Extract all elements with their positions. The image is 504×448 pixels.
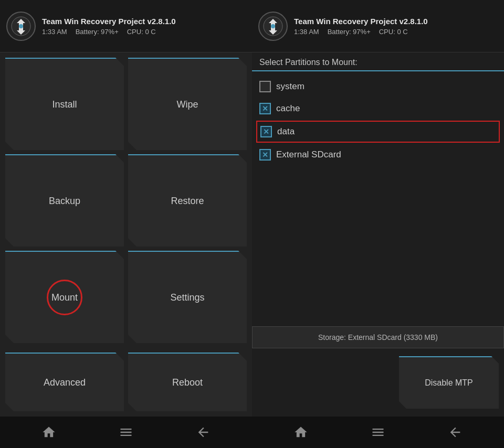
- reboot-button[interactable]: Reboot: [128, 353, 247, 411]
- top-panels: Team Win Recovery Project v2.8.1.0 1:33 …: [0, 0, 504, 52]
- disable-mtp-button[interactable]: Disable MTP: [399, 356, 499, 409]
- partition-system[interactable]: system: [252, 76, 504, 98]
- right-nav: [252, 417, 504, 448]
- left-panel: Install Wipe Backup Restore Mount Settin…: [0, 52, 252, 348]
- wipe-button[interactable]: Wipe: [128, 58, 247, 150]
- right-home-icon[interactable]: [291, 423, 310, 442]
- right-app-title: Team Win Recovery Project v2.8.1.0: [294, 17, 428, 26]
- partition-list: system cache data External SDcard: [252, 73, 504, 326]
- bottom-left-buttons: Advanced Reboot: [0, 348, 252, 417]
- left-app-title: Team Win Recovery Project v2.8.1.0: [42, 17, 176, 26]
- partition-cache-label: cache: [276, 103, 300, 114]
- bottom-section: Advanced Reboot Disable MTP: [0, 348, 504, 417]
- checkbox-cache[interactable]: [259, 103, 271, 114]
- right-back-icon[interactable]: [446, 423, 465, 442]
- left-status-bar: Team Win Recovery Project v2.8.1.0 1:33 …: [0, 0, 252, 52]
- right-battery: Battery: 97%+: [328, 28, 371, 36]
- checkbox-data[interactable]: [260, 126, 272, 137]
- panel-divider: [252, 70, 504, 71]
- main-content: Install Wipe Backup Restore Mount Settin…: [0, 52, 504, 348]
- partition-sdcard-label: External SDcard: [276, 150, 341, 160]
- left-battery: Battery: 97%+: [76, 28, 119, 36]
- left-home-icon[interactable]: [39, 423, 58, 442]
- bottom-right-panel: Disable MTP: [252, 348, 504, 417]
- partition-data-label: data: [277, 126, 295, 137]
- right-panel: Select Partitions to Mount: system cache…: [252, 52, 504, 348]
- storage-info: Storage: External SDcard (3330 MB): [252, 326, 504, 348]
- mount-button[interactable]: Mount: [5, 251, 124, 343]
- right-status-bar: Team Win Recovery Project v2.8.1.0 1:38 …: [252, 0, 504, 52]
- partition-cache[interactable]: cache: [252, 98, 504, 120]
- advanced-button[interactable]: Advanced: [5, 353, 124, 411]
- panel-title: Select Partitions to Mount:: [252, 52, 504, 70]
- left-nav: [0, 417, 252, 448]
- partition-data[interactable]: data: [256, 121, 500, 143]
- right-status-details: 1:38 AM Battery: 97%+ CPU: 0 C: [294, 28, 428, 36]
- checkbox-sdcard[interactable]: [259, 149, 271, 161]
- left-status-details: 1:33 AM Battery: 97%+ CPU: 0 C: [42, 28, 176, 36]
- nav-bar: [0, 417, 504, 448]
- right-cpu: CPU: 0 C: [379, 28, 408, 36]
- partition-sdcard[interactable]: External SDcard: [252, 144, 504, 166]
- left-back-icon[interactable]: [194, 423, 213, 442]
- button-grid: Install Wipe Backup Restore Mount Settin…: [5, 58, 247, 343]
- left-status-info: Team Win Recovery Project v2.8.1.0 1:33 …: [42, 17, 176, 36]
- right-logo: [258, 12, 288, 41]
- left-cpu: CPU: 0 C: [127, 28, 156, 36]
- install-button[interactable]: Install: [5, 58, 124, 150]
- left-time: 1:33 AM: [42, 28, 67, 36]
- restore-button[interactable]: Restore: [128, 154, 247, 247]
- svg-point-3: [271, 24, 275, 28]
- left-logo: [6, 12, 36, 41]
- right-menu-icon[interactable]: [369, 423, 387, 442]
- right-time: 1:38 AM: [294, 28, 319, 36]
- left-menu-icon[interactable]: [117, 423, 135, 442]
- checkbox-system[interactable]: [259, 81, 271, 92]
- svg-point-1: [19, 24, 23, 28]
- settings-button[interactable]: Settings: [128, 251, 247, 343]
- right-status-info: Team Win Recovery Project v2.8.1.0 1:38 …: [294, 17, 428, 36]
- partition-system-label: system: [276, 81, 304, 92]
- backup-button[interactable]: Backup: [5, 154, 124, 247]
